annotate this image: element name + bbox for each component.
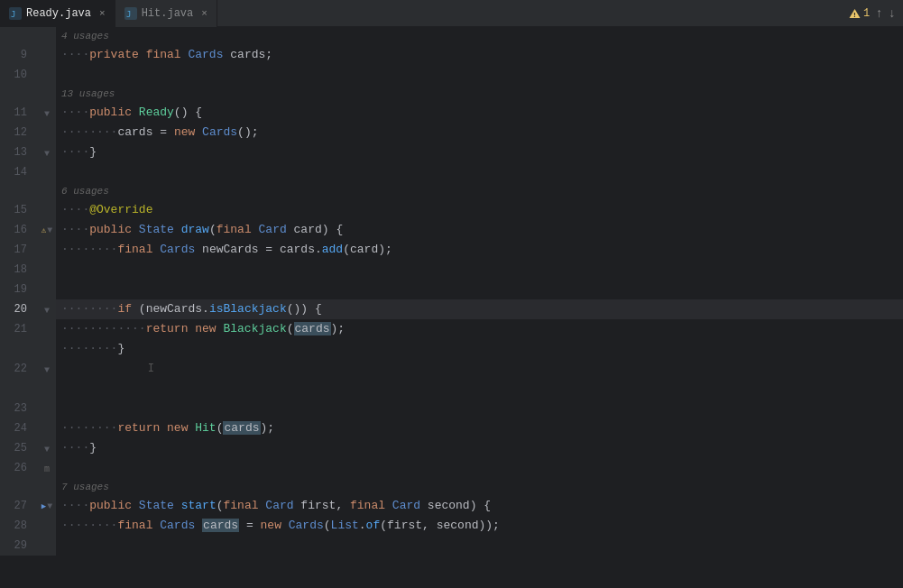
gutter-18 xyxy=(38,260,56,280)
tab-ready-label: Ready.java xyxy=(26,7,91,20)
gutter-25: ▼ xyxy=(38,438,56,458)
gutter-17 xyxy=(38,240,56,260)
tab-ready-close[interactable]: × xyxy=(99,8,106,19)
code-content[interactable]: 4 usages 9 ····private final Cards cards… xyxy=(0,27,903,588)
usage-hint-4: 4 usages xyxy=(0,27,903,45)
app-window: J Ready.java × J Hit.java × ! 1 xyxy=(0,0,903,588)
line-code-24: ········return new Hit(cards); xyxy=(56,418,903,438)
gutter-22: ▼ xyxy=(38,339,56,399)
gutter-14 xyxy=(38,162,56,182)
warning-count: 1 xyxy=(863,7,870,20)
gutter-28 xyxy=(38,516,56,536)
line-12: 12 ········cards = new Cards(); xyxy=(0,123,903,142)
line-num-22: 22 xyxy=(0,339,38,399)
usage-text-13: 13 usages xyxy=(56,85,903,103)
line-17: 17 ········final Cards newCards = cards.… xyxy=(0,240,903,260)
gutter-20: ▼ xyxy=(38,299,56,319)
line-code-11: ····public Ready() { xyxy=(56,103,903,123)
line-num-19: 19 xyxy=(0,280,38,299)
line-10: 10 xyxy=(0,65,903,85)
line-code-20: ········if (newCards.isBlackjack()) { xyxy=(56,299,903,319)
svg-text:J: J xyxy=(126,10,131,19)
line-21: 21 ············return new Blackjack(card… xyxy=(0,319,903,339)
fold-icon-20[interactable]: ▼ xyxy=(44,306,50,316)
fold-icon-16[interactable]: ▼ xyxy=(47,225,52,235)
tab-hit-java[interactable]: J Hit.java × xyxy=(115,0,217,27)
line-9: 9 ····private final Cards cards; xyxy=(0,45,903,65)
line-22: 22 ▼ ········} I xyxy=(0,339,903,399)
arrow-icon-27: ▶ xyxy=(41,501,46,511)
gutter-9 xyxy=(38,45,56,65)
editor-area: 4 usages 9 ····private final Cards cards… xyxy=(0,27,903,588)
line-code-28: ········final Cards cards = new Cards(Li… xyxy=(56,516,903,536)
svg-text:J: J xyxy=(11,10,15,19)
line-29: 29 xyxy=(0,536,903,556)
line-28: 28 ········final Cards cards = new Cards… xyxy=(0,516,903,536)
code-lines: 4 usages 9 ····private final Cards cards… xyxy=(0,27,903,556)
line-num-14: 14 xyxy=(0,162,38,182)
line-num-18: 18 xyxy=(0,260,38,280)
line-num-21: 21 xyxy=(0,319,38,339)
line-15: 15 ····@Override xyxy=(0,200,903,220)
line-code-12: ········cards = new Cards(); xyxy=(56,123,903,142)
fold-icon-27[interactable]: ▼ xyxy=(47,501,52,511)
usage-hint-6: 6 usages xyxy=(0,182,903,200)
line-num-13: 13 xyxy=(0,142,38,162)
line-code-9: ····private final Cards cards; xyxy=(56,45,903,65)
line-code-26 xyxy=(56,458,903,478)
line-code-23 xyxy=(56,399,903,418)
line-num-25: 25 xyxy=(0,438,38,458)
line-24: 24 ········return new Hit(cards); xyxy=(0,418,903,438)
line-code-19 xyxy=(56,280,903,299)
line-num-29: 29 xyxy=(0,536,38,556)
line-code-14 xyxy=(56,162,903,182)
warning-triangle-icon: ! xyxy=(849,8,861,19)
warning-icon-16: ⚠ xyxy=(41,225,46,235)
line-num-27: 27 xyxy=(0,496,38,516)
fold-icon-25[interactable]: ▼ xyxy=(44,445,50,455)
fold-icon-11[interactable]: ▼ xyxy=(44,109,50,119)
gutter-19 xyxy=(38,280,56,299)
line-code-22: ········} I xyxy=(56,339,903,399)
java-file-icon-hit: J xyxy=(124,7,137,20)
line-num-24: 24 xyxy=(0,418,38,438)
usage-text-6: 6 usages xyxy=(56,182,903,200)
tab-hit-close[interactable]: × xyxy=(201,8,207,19)
tab-ready-java[interactable]: J Ready.java × xyxy=(0,0,115,27)
fold-icon-22[interactable]: ▼ xyxy=(44,365,50,375)
line-25: 25 ▼ ····} xyxy=(0,438,903,458)
line-code-25: ····} xyxy=(56,438,903,458)
gutter-23 xyxy=(38,399,56,418)
line-num-10: 10 xyxy=(0,65,38,85)
line-code-17: ········final Cards newCards = cards.add… xyxy=(56,240,903,260)
usage-hint-13: 13 usages xyxy=(0,85,903,103)
line-26: 26 m xyxy=(0,458,903,478)
svg-text:!: ! xyxy=(852,11,857,19)
line-13: 13 ▼ ····} xyxy=(0,142,903,162)
line-code-13: ····} xyxy=(56,142,903,162)
nav-up-arrow[interactable]: ↑ xyxy=(875,6,882,21)
usage-hint-7: 7 usages xyxy=(0,478,903,496)
line-num-17: 17 xyxy=(0,240,38,260)
line-11: 11 ▼ ····public Ready() { xyxy=(0,103,903,123)
warning-badge: ! 1 xyxy=(849,7,870,20)
left-margin-icon-26: m xyxy=(44,464,50,474)
fold-icon-13[interactable]: ▼ xyxy=(44,149,50,159)
line-num-26: 26 xyxy=(0,458,38,478)
gutter-15 xyxy=(38,200,56,220)
gutter-24 xyxy=(38,418,56,438)
gutter-10 xyxy=(38,65,56,85)
nav-down-arrow[interactable]: ↓ xyxy=(889,6,896,21)
usage-text-7: 7 usages xyxy=(56,478,903,496)
gutter-16: ⚠ ▼ xyxy=(38,220,56,240)
top-right-controls: ! 1 ↑ ↓ xyxy=(849,6,903,21)
line-code-16: ····public State draw(final Card card) { xyxy=(56,220,903,240)
line-14: 14 xyxy=(0,162,903,182)
tab-bar: J Ready.java × J Hit.java × ! 1 xyxy=(0,0,903,27)
line-19: 19 xyxy=(0,280,903,299)
gutter-12 xyxy=(38,123,56,142)
gutter-21 xyxy=(38,319,56,339)
line-16: 16 ⚠ ▼ ····public State draw(final Card … xyxy=(0,220,903,240)
line-num-16: 16 xyxy=(0,220,38,240)
line-num-9: 9 xyxy=(0,45,38,65)
